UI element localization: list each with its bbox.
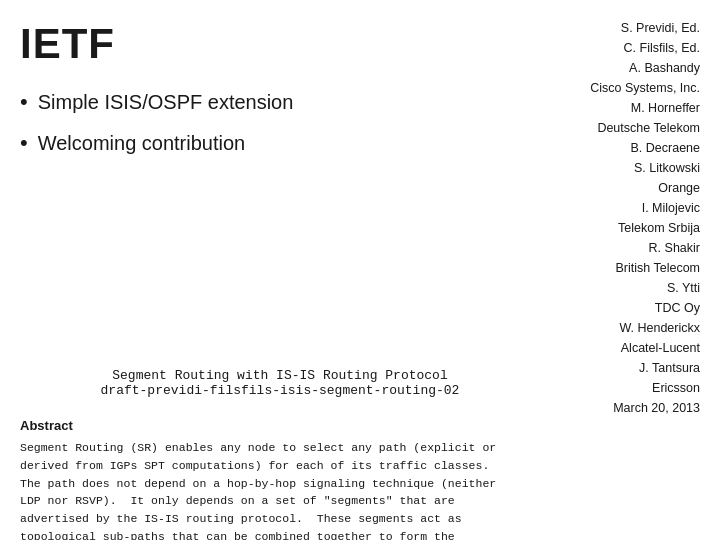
author-line: Ericsson <box>480 378 700 398</box>
left-col: IETF • Simple ISIS/OSPF extension • Welc… <box>20 10 480 418</box>
abstract-text: Segment Routing (SR) enables any node to… <box>20 439 700 540</box>
author-line: Orange <box>480 178 700 198</box>
bullet-item-2: • Welcoming contribution <box>20 129 480 158</box>
author-line: British Telecom <box>480 258 700 278</box>
author-line: R. Shakir <box>480 238 700 258</box>
author-line: B. Decraene <box>480 138 700 158</box>
authors-col: S. Previdi, Ed.C. Filsfils, Ed.A. Bashan… <box>480 10 700 418</box>
slide-title: IETF <box>20 20 480 68</box>
author-line: S. Litkowski <box>480 158 700 178</box>
author-line: J. Tantsura <box>480 358 700 378</box>
author-line: A. Bashandy <box>480 58 700 78</box>
author-line: Deutsche Telekom <box>480 118 700 138</box>
main-content: IETF • Simple ISIS/OSPF extension • Welc… <box>0 0 720 418</box>
author-line: W. Henderickx <box>480 318 700 338</box>
bullet-dot-2: • <box>20 129 28 158</box>
author-line: TDC Oy <box>480 298 700 318</box>
author-line: I. Milojevic <box>480 198 700 218</box>
author-line: March 20, 2013 <box>480 398 700 418</box>
bullet-dot-1: • <box>20 88 28 117</box>
author-line: Cisco Systems, Inc. <box>480 78 700 98</box>
author-line: Telekom Srbija <box>480 218 700 238</box>
bullet-text-2: Welcoming contribution <box>38 129 246 157</box>
bullet-list: • Simple ISIS/OSPF extension • Welcoming… <box>20 88 480 169</box>
draft-line2: draft-previdi-filsfils-isis-segment-rout… <box>80 383 480 398</box>
author-line: S. Ytti <box>480 278 700 298</box>
bullet-text-1: Simple ISIS/OSPF extension <box>38 88 294 116</box>
author-line: C. Filsfils, Ed. <box>480 38 700 58</box>
abstract-title: Abstract <box>20 418 700 433</box>
slide-container: IETF • Simple ISIS/OSPF extension • Welc… <box>0 0 720 540</box>
author-line: Alcatel-Lucent <box>480 338 700 358</box>
bullet-item-1: • Simple ISIS/OSPF extension <box>20 88 480 117</box>
draft-line1: Segment Routing with IS-IS Routing Proto… <box>80 368 480 383</box>
author-line: S. Previdi, Ed. <box>480 18 700 38</box>
author-line: M. Horneffer <box>480 98 700 118</box>
draft-info: Segment Routing with IS-IS Routing Proto… <box>20 368 480 398</box>
abstract-section: Abstract Segment Routing (SR) enables an… <box>0 418 720 540</box>
